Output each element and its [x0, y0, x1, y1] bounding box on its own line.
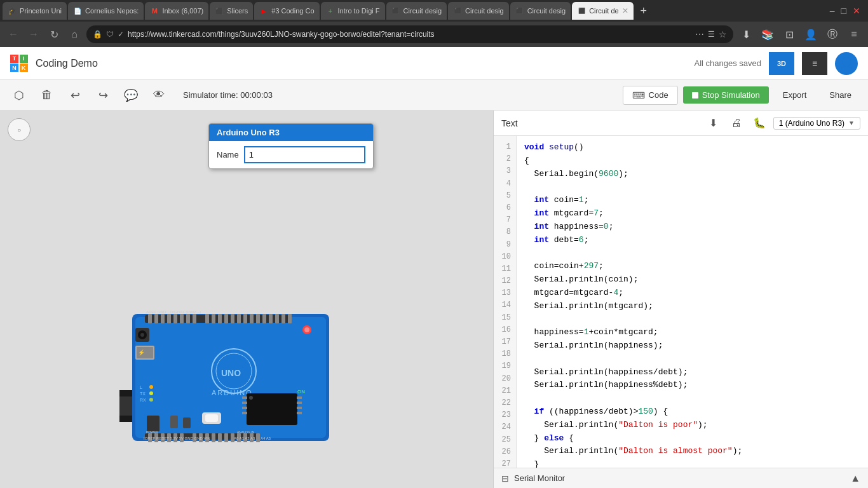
- svg-rect-20: [224, 314, 228, 323]
- redo-tool-button[interactable]: ↪: [92, 84, 114, 107]
- verified-icon: ✓: [118, 30, 124, 39]
- tab-label-gmail: Inbox (6,007): [162, 7, 203, 15]
- address-menu-icon[interactable]: ⋯: [695, 29, 704, 39]
- synced-tabs-btn[interactable]: ⊡: [780, 25, 798, 43]
- back-button[interactable]: ←: [5, 26, 22, 43]
- svg-rect-14: [180, 314, 184, 323]
- tab-circuit1[interactable]: ⬛ Circuit desig: [386, 2, 447, 20]
- svg-text:POWER: POWER: [146, 430, 158, 434]
- 3d-view-button[interactable]: 3D: [769, 52, 794, 75]
- tab-favicon-intro: +: [326, 6, 335, 15]
- svg-rect-10: [154, 314, 158, 323]
- export-button[interactable]: Export: [774, 86, 816, 104]
- tab-gmail[interactable]: M Inbox (6,007): [145, 2, 208, 20]
- svg-rect-46: [147, 416, 159, 431]
- view-cube[interactable]: ○: [8, 118, 31, 141]
- svg-point-42: [149, 398, 153, 402]
- window-controls: – □ ✕: [830, 6, 865, 16]
- tab-princeton[interactable]: 🎓 Princeton Uni: [3, 2, 67, 20]
- svg-point-32: [304, 327, 309, 332]
- forward-button[interactable]: →: [25, 26, 42, 43]
- serial-monitor-bar[interactable]: ⊟ Serial Monitor ▲: [494, 468, 868, 488]
- debug-button[interactable]: 🐛: [750, 114, 768, 132]
- tab-intro-digi[interactable]: + Intro to Digi F: [321, 2, 385, 20]
- stop-simulation-button[interactable]: Stop Simulation: [683, 86, 769, 104]
- tab-label-circuit3: Circuit desig: [527, 7, 566, 15]
- code-button[interactable]: ⌨ Code: [623, 86, 678, 105]
- tab-youtube-coding[interactable]: ▶ #3 Coding Co: [254, 2, 319, 20]
- tab-tinkercad-active[interactable]: ⬛ Circuit de ✕: [572, 2, 633, 20]
- tab-label-tinkercad: Circuit de: [589, 7, 618, 15]
- logo-t: T: [10, 55, 18, 63]
- svg-rect-88: [170, 416, 178, 428]
- name-input[interactable]: [244, 146, 365, 163]
- canvas-area[interactable]: ○ Arduino Uno R3 Name: [0, 111, 493, 488]
- svg-rect-17: [205, 314, 209, 323]
- tinkercad-logo: T I N K: [10, 55, 28, 72]
- reading-list-btn[interactable]: 📚: [759, 25, 776, 43]
- undo-tool-button[interactable]: ↩: [64, 84, 86, 107]
- print-code-button[interactable]: 🖨: [728, 114, 745, 132]
- download-btn[interactable]: ⬇: [737, 25, 755, 43]
- svg-rect-34: [205, 414, 218, 422]
- code-content[interactable]: void setup() { Serial.begin(9600); int c…: [517, 136, 868, 468]
- component-selector[interactable]: 1 (Arduino Uno R3) ▼: [773, 117, 860, 130]
- svg-rect-24: [250, 314, 254, 323]
- tab-circuit3[interactable]: ⬛ Circuit desig: [510, 2, 571, 20]
- tab-cornelius[interactable]: 📄 Cornelius Nepos:: [68, 2, 144, 20]
- tab-favicon-circuit2: ⬛: [453, 6, 462, 15]
- app-title: Coding Demo: [36, 58, 98, 69]
- code-panel-title: Text: [501, 118, 518, 128]
- tab-favicon-tinkercad: ⬛: [577, 6, 586, 15]
- svg-rect-47: [247, 393, 297, 425]
- simulator-time: Simulator time: 00:00:03: [183, 90, 273, 100]
- maximize-button[interactable]: □: [841, 6, 846, 16]
- tab-favicon-princeton: 🎓: [8, 6, 17, 15]
- lock-icon: 🔒: [93, 30, 102, 39]
- svg-text:ANALOG IN: ANALOG IN: [237, 430, 255, 434]
- svg-rect-48: [242, 396, 247, 399]
- serial-monitor-icon: ⊟: [501, 473, 509, 484]
- svg-text:IOREF RESET 3.3V 5V GND GND VI: IOREF RESET 3.3V 5V GND GND VIN: [144, 437, 210, 440]
- minimize-button[interactable]: –: [830, 6, 835, 16]
- new-tab-button[interactable]: +: [635, 2, 653, 20]
- close-button[interactable]: ✕: [853, 6, 860, 16]
- tab-favicon-gmail: M: [150, 6, 159, 15]
- visibility-tool-button[interactable]: 👁: [147, 84, 170, 107]
- refresh-button[interactable]: ↻: [46, 26, 62, 43]
- tab-label-cornelius: Cornelius Nepos:: [85, 7, 139, 15]
- code-panel: Text ⬇ 🖨 🐛 1 (Arduino Uno R3) ▼ 12345 67…: [493, 111, 868, 488]
- menu-btn[interactable]: ≡: [845, 25, 863, 43]
- tab-favicon-youtube: ▶: [259, 6, 268, 15]
- profile-btn[interactable]: 👤: [802, 25, 820, 43]
- schematic-view-button[interactable]: ≡: [802, 52, 827, 75]
- code-editor[interactable]: 12345 678910 1112131415 1617181920 21222…: [494, 136, 868, 468]
- address-input-wrap[interactable]: 🔒 🛡 ✓ https://www.tinkercad.com/things/3…: [86, 25, 733, 43]
- arduino-board[interactable]: UNO ARDUINO TX RX L ON: [119, 301, 336, 463]
- share-button[interactable]: Share: [820, 86, 860, 104]
- bookmark-icon[interactable]: ☆: [719, 29, 727, 39]
- svg-text:L: L: [140, 385, 142, 390]
- avatar[interactable]: 👤: [835, 52, 858, 75]
- svg-rect-13: [173, 314, 177, 323]
- address-text[interactable]: https://www.tinkercad.com/things/3uuv260…: [128, 30, 691, 39]
- expand-serial-icon[interactable]: ▲: [850, 473, 860, 484]
- tab-close-icon[interactable]: ✕: [622, 6, 628, 15]
- tab-circuit2[interactable]: ⬛ Circuit desig: [448, 2, 509, 20]
- stop-icon: [692, 92, 698, 98]
- tab-label-circuit2: Circuit desig: [465, 7, 504, 15]
- tab-label-circuit1: Circuit desig: [403, 7, 442, 15]
- browser-actions: ⬇ 📚 ⊡ 👤 Ⓡ ≡: [737, 25, 863, 43]
- svg-rect-18: [212, 314, 215, 323]
- shape-tool-button[interactable]: ⬡: [8, 84, 31, 107]
- tab-slicers[interactable]: ⬛ Slicers: [210, 2, 253, 20]
- logo-k: K: [20, 64, 28, 72]
- note-tool-button[interactable]: 💬: [119, 84, 142, 107]
- component-name: 1 (Arduino Uno R3): [779, 119, 844, 128]
- home-button[interactable]: ⌂: [66, 26, 83, 43]
- download-code-button[interactable]: ⬇: [705, 114, 722, 132]
- name-label: Name: [217, 150, 239, 159]
- firefox-account-btn[interactable]: Ⓡ: [824, 25, 841, 43]
- delete-tool-button[interactable]: 🗑: [36, 84, 58, 107]
- tab-bar: 🎓 Princeton Uni 📄 Cornelius Nepos: M Inb…: [0, 0, 868, 22]
